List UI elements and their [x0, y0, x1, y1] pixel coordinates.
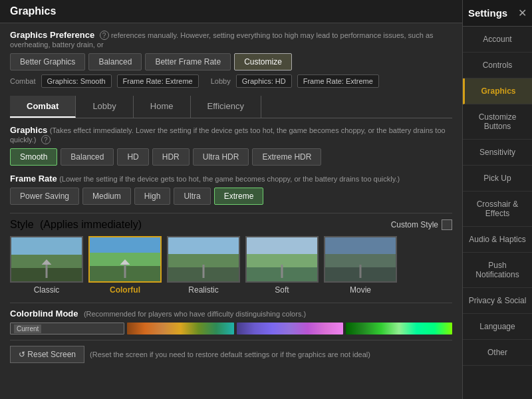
reset-screen-button[interactable]: ↺ Reset Screen	[10, 346, 84, 363]
hdr-button[interactable]: HDR	[152, 148, 190, 166]
custom-style-row: Custom Style	[391, 219, 452, 230]
high-button[interactable]: High	[134, 188, 171, 205]
frame-rate-section: Frame Rate (Lower the setting if the dev…	[10, 174, 452, 205]
style-card-movie[interactable]: Movie	[324, 236, 397, 295]
style-header: Style (Applies immediately) Custom Style	[10, 219, 452, 231]
extreme-button[interactable]: Extreme	[214, 188, 264, 205]
style-card-img-movie	[324, 236, 397, 283]
lobby-graphics-tag: Graphics: HD	[236, 74, 292, 88]
ultra-hdr-button[interactable]: Ultra HDR	[193, 148, 249, 166]
preset-row: Combat Graphics: Smooth Frame Rate: Extr…	[10, 74, 452, 88]
close-icon[interactable]: ✕	[518, 7, 527, 19]
graphics-preference-label: Graphics Preference ? references manuall…	[10, 30, 452, 49]
colorblind-option-2[interactable]	[237, 323, 343, 334]
combat-framerate-tag: Frame Rate: Extreme	[117, 74, 199, 88]
style-card-soft[interactable]: Soft	[245, 236, 319, 295]
tab-lobby[interactable]: Lobby	[76, 96, 133, 118]
style-card-img-classic	[10, 236, 83, 283]
better-frame-rate-button[interactable]: Better Frame Rate	[145, 53, 231, 70]
colorblind-label: Colorblind Mode (Recommended for players…	[10, 309, 452, 319]
sidebar-item-graphics[interactable]: Graphics	[463, 78, 532, 104]
sidebar-header: Settings ✕	[463, 0, 532, 27]
medium-button[interactable]: Medium	[82, 188, 131, 205]
colorblind-current-label: Current	[14, 325, 41, 333]
style-label-row: Style (Applies immediately)	[10, 219, 142, 231]
smooth-button[interactable]: Smooth	[10, 148, 57, 166]
sidebar-item-pick-up[interactable]: Pick Up	[463, 166, 532, 192]
colorblind-option-3[interactable]	[346, 323, 452, 334]
style-card-label-classic: Classic	[34, 285, 60, 295]
graphics-quality-label: Graphics (Takes effect immediately. Lowe…	[10, 125, 452, 144]
style-card-label-movie: Movie	[350, 285, 371, 295]
graphics-preference-section: Graphics Preference ? references manuall…	[10, 30, 452, 88]
reset-screen-description: (Reset the screen if you need to restore…	[90, 350, 370, 358]
style-card-img-realistic	[167, 236, 240, 283]
sidebar-item-language[interactable]: Language	[463, 314, 532, 340]
left-panel: Graphics Graphics Preference ? reference…	[0, 0, 462, 399]
extreme-hdr-button[interactable]: Extreme HDR	[252, 148, 321, 166]
graphics-quality-buttons: Smooth Balanced HD HDR Ultra HDR Extreme…	[10, 148, 452, 166]
frame-rate-buttons: Power Saving Medium High Ultra Extreme	[10, 188, 452, 205]
sidebar-item-controls[interactable]: Controls	[463, 53, 532, 78]
balanced-button[interactable]: Balanced	[88, 53, 142, 70]
sidebar-item-privacy-social[interactable]: Privacy & Social	[463, 288, 532, 314]
colorblind-current[interactable]: Current	[10, 323, 124, 334]
graphics-preference-buttons: Better Graphics Balanced Better Frame Ra…	[10, 53, 452, 70]
frame-rate-label: Frame Rate (Lower the setting if the dev…	[10, 174, 452, 184]
style-card-label-realistic: Realistic	[188, 285, 218, 295]
style-card-label-colorful: Colorful	[110, 285, 140, 295]
left-header-title: Graphics	[10, 5, 56, 17]
style-card-colorful[interactable]: Colorful	[88, 236, 162, 295]
right-sidebar: Settings ✕ Account Controls Graphics Cus…	[462, 0, 532, 399]
help-icon: ?	[100, 31, 109, 40]
combat-graphics-tag: Graphics: Smooth	[41, 74, 112, 88]
divider-1	[10, 213, 452, 213]
sidebar-item-crosshair-effects[interactable]: Crosshair & Effects	[463, 192, 532, 227]
custom-style-label: Custom Style	[391, 220, 438, 229]
reset-row: ↺ Reset Screen (Reset the screen if you …	[10, 340, 452, 363]
sidebar-title: Settings	[468, 7, 507, 19]
style-card-img-colorful	[88, 236, 162, 283]
lobby-label: Lobby	[211, 77, 231, 85]
sidebar-item-push-notifications[interactable]: Push Notifications	[463, 253, 532, 288]
style-cards: Classic Colorful Realistic	[10, 236, 452, 295]
ultra-button[interactable]: Ultra	[174, 188, 210, 205]
power-saving-button[interactable]: Power Saving	[10, 188, 79, 205]
balanced-q-button[interactable]: Balanced	[61, 148, 114, 166]
tab-combat[interactable]: Combat	[10, 96, 76, 118]
sidebar-item-sensitivity[interactable]: Sensitivity	[463, 140, 532, 166]
style-card-realistic[interactable]: Realistic	[167, 236, 240, 295]
colorblind-section: Colorblind Mode (Recommended for players…	[10, 309, 452, 334]
combat-label: Combat	[10, 77, 36, 85]
style-card-img-soft	[245, 236, 319, 283]
left-header: Graphics	[0, 0, 462, 23]
colorblind-option-1[interactable]	[127, 323, 233, 334]
graphics-quality-section: Graphics (Takes effect immediately. Lowe…	[10, 125, 452, 166]
tabs-row: Combat Lobby Home Efficiency	[10, 96, 452, 118]
custom-style-checkbox[interactable]	[442, 219, 452, 230]
lobby-framerate-tag: Frame Rate: Extreme	[297, 74, 379, 88]
left-content: Graphics Preference ? references manuall…	[0, 23, 462, 399]
tab-efficiency[interactable]: Efficiency	[191, 96, 261, 118]
graphics-help-icon: ?	[41, 135, 51, 144]
style-card-label-soft: Soft	[275, 285, 289, 295]
sidebar-item-customize-buttons[interactable]: Customize Buttons	[463, 104, 532, 140]
sidebar-item-audio-haptics[interactable]: Audio & Haptics	[463, 227, 532, 253]
tab-home[interactable]: Home	[134, 96, 191, 118]
style-section: Style (Applies immediately) Custom Style…	[10, 219, 452, 295]
divider-2	[10, 303, 452, 303]
better-graphics-button[interactable]: Better Graphics	[10, 53, 85, 70]
sidebar-item-account[interactable]: Account	[463, 27, 532, 53]
hd-button[interactable]: HD	[117, 148, 148, 166]
style-card-classic[interactable]: Classic	[10, 236, 83, 295]
sidebar-item-other[interactable]: Other	[463, 340, 532, 366]
customize-button[interactable]: Customize	[234, 53, 292, 70]
colorblind-bars: Current	[10, 323, 452, 334]
